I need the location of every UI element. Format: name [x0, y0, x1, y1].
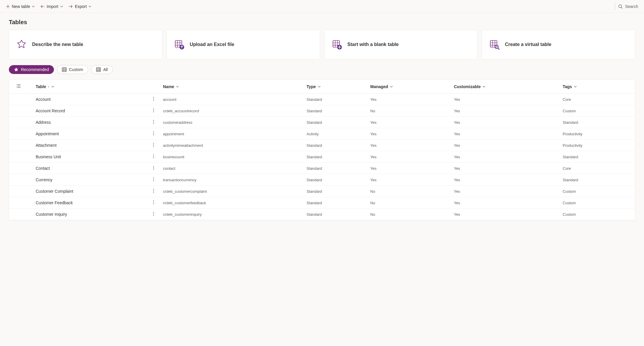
export-button[interactable]: Export — [68, 3, 91, 10]
card-describe-table[interactable]: Describe the new table — [9, 30, 162, 59]
row-select-cell[interactable] — [9, 94, 27, 105]
pill-label: Recommended — [21, 67, 49, 72]
table-row[interactable]: Customer Feedbackcrdeb_customerfeedbackS… — [9, 197, 635, 209]
svg-point-17 — [153, 123, 154, 124]
row-actions-menu[interactable] — [153, 189, 154, 194]
new-table-label: New table — [12, 4, 30, 9]
table-row[interactable]: AppointmentappointmentActivityYesYesProd… — [9, 128, 635, 140]
svg-point-9 — [153, 97, 154, 98]
row-table-cell[interactable]: Business Unit — [27, 151, 159, 163]
column-type[interactable]: Type — [303, 80, 367, 94]
row-customizable-cell: Yes — [450, 209, 559, 220]
column-managed[interactable]: Managed — [367, 80, 450, 94]
new-table-button[interactable]: New table — [6, 3, 35, 10]
pill-all[interactable]: All — [91, 65, 113, 74]
svg-point-24 — [153, 154, 154, 155]
table-row[interactable]: ContactcontactStandardYesYesCore — [9, 163, 635, 174]
row-actions-menu[interactable] — [153, 108, 154, 113]
row-type-cell: Standard — [303, 151, 367, 163]
row-table-cell[interactable]: Currency — [27, 174, 159, 186]
row-table-cell[interactable]: Appointment — [27, 128, 159, 140]
table-row[interactable]: AddresscustomeraddressStandardYesYesStan… — [9, 117, 635, 128]
column-customizable[interactable]: Customizable — [450, 80, 559, 94]
row-actions-menu[interactable] — [153, 154, 154, 159]
table-row[interactable]: Business UnitbusinessunitStandardYesYesS… — [9, 151, 635, 163]
row-actions-menu[interactable] — [153, 120, 154, 125]
svg-point-22 — [153, 144, 154, 145]
row-type-cell: Standard — [303, 186, 367, 197]
filter-pills: Recommended Custom All — [0, 65, 644, 79]
column-label: Table — [36, 84, 46, 89]
row-actions-menu[interactable] — [153, 166, 154, 171]
table-row[interactable]: AccountaccountStandardYesYesCore — [9, 94, 635, 105]
row-table-cell[interactable]: Account — [27, 94, 159, 105]
row-tags-cell: Core — [559, 163, 635, 174]
svg-point-28 — [153, 167, 154, 168]
table-row[interactable]: CurrencytransactioncurrencyStandardYesYe… — [9, 174, 635, 186]
row-select-cell[interactable] — [9, 163, 27, 174]
row-select-cell[interactable] — [9, 197, 27, 209]
column-name[interactable]: Name — [159, 80, 303, 94]
column-label: Name — [163, 84, 174, 89]
row-actions-menu[interactable] — [153, 143, 154, 148]
pill-label: All — [103, 67, 108, 72]
row-select-cell[interactable] — [9, 209, 27, 220]
row-actions-menu[interactable] — [153, 212, 154, 217]
card-virtual-table[interactable]: Create a virtual table — [482, 30, 635, 59]
pill-label: Custom — [69, 67, 83, 72]
row-select-cell[interactable] — [9, 174, 27, 186]
row-customizable-cell: Yes — [450, 197, 559, 209]
card-blank-table[interactable]: Start with a blank table — [324, 30, 478, 59]
command-bar: New table Import Export Search — [0, 0, 644, 13]
table-row[interactable]: Customer Complaintcrdeb_customercomplain… — [9, 186, 635, 197]
sort-ascending-icon: ↑ — [48, 85, 50, 88]
table-row[interactable]: AttachmentactivitymimeattachmentStandard… — [9, 140, 635, 151]
row-name-cell: crdeb_customercomplaint — [159, 186, 303, 197]
page-title: Tables — [0, 13, 644, 30]
row-select-cell[interactable] — [9, 128, 27, 140]
row-table-cell[interactable]: Address — [27, 117, 159, 128]
row-table-cell[interactable]: Customer Feedback — [27, 197, 159, 209]
row-table-cell[interactable]: Attachment — [27, 140, 159, 151]
action-cards: Describe the new table Upload an Excel f… — [0, 30, 644, 65]
row-managed-cell: Yes — [367, 151, 450, 163]
row-customizable-cell: Yes — [450, 151, 559, 163]
row-type-cell: Standard — [303, 117, 367, 128]
svg-point-37 — [153, 202, 154, 203]
row-type-cell: Activity — [303, 128, 367, 140]
row-select-cell[interactable] — [9, 186, 27, 197]
row-actions-menu[interactable] — [153, 131, 154, 136]
table-row[interactable]: Customer Inquirycrdeb_customerinquirySta… — [9, 209, 635, 220]
row-select-cell[interactable] — [9, 117, 27, 128]
svg-point-16 — [153, 121, 154, 122]
row-select-cell[interactable] — [9, 151, 27, 163]
pill-recommended[interactable]: Recommended — [9, 65, 54, 74]
row-table-cell[interactable]: Contact — [27, 163, 159, 174]
column-table[interactable]: Table ↑ — [27, 80, 159, 94]
card-upload-excel[interactable]: Upload an Excel file — [167, 30, 320, 59]
row-name-cell: crdeb_accountrecord — [159, 105, 303, 117]
row-actions-menu[interactable] — [153, 97, 154, 102]
svg-point-34 — [153, 190, 154, 191]
row-customizable-cell: Yes — [450, 128, 559, 140]
import-button[interactable]: Import — [40, 3, 63, 10]
search-input[interactable]: Search — [618, 4, 638, 9]
svg-point-18 — [153, 131, 154, 132]
row-customizable-cell: Yes — [450, 140, 559, 151]
column-select[interactable] — [9, 80, 27, 94]
pill-custom[interactable]: Custom — [57, 65, 88, 74]
row-table-cell[interactable]: Customer Inquiry — [27, 209, 159, 220]
card-label: Upload an Excel file — [190, 42, 234, 47]
row-table-cell[interactable]: Customer Complaint — [27, 186, 159, 197]
row-actions-menu[interactable] — [153, 200, 154, 205]
row-table-cell[interactable]: Account Record — [27, 105, 159, 117]
row-type-cell: Standard — [303, 197, 367, 209]
row-select-cell[interactable] — [9, 140, 27, 151]
row-actions-menu[interactable] — [153, 177, 154, 182]
row-select-cell[interactable] — [9, 105, 27, 117]
svg-point-25 — [153, 156, 154, 157]
chevron-down-icon — [390, 86, 393, 88]
column-tags[interactable]: Tags — [559, 80, 635, 94]
chevron-down-icon — [88, 6, 91, 7]
table-row[interactable]: Account Recordcrdeb_accountrecordStandar… — [9, 105, 635, 117]
